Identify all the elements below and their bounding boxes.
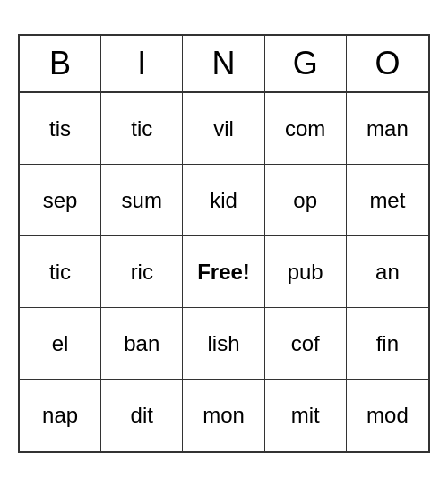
cell-r4c2: ban: [101, 308, 183, 380]
cell-r4c1: el: [20, 308, 101, 380]
cell-r1c5: man: [347, 93, 428, 165]
bingo-header: B I N G O: [20, 36, 428, 93]
cell-r2c5: met: [347, 165, 428, 236]
cell-r5c1: nap: [20, 380, 101, 451]
cell-free: Free!: [183, 236, 264, 308]
cell-r3c5: an: [347, 236, 428, 308]
header-o: O: [347, 36, 428, 91]
cell-r4c5: fin: [347, 308, 428, 380]
header-g: G: [265, 36, 347, 91]
cell-r5c3: mon: [183, 380, 264, 451]
cell-r3c2: ric: [101, 236, 183, 308]
header-n: N: [183, 36, 264, 91]
cell-r2c3: kid: [183, 165, 264, 236]
cell-r4c3: lish: [183, 308, 264, 380]
header-b: B: [20, 36, 101, 91]
cell-r1c4: com: [265, 93, 347, 165]
cell-r4c4: cof: [265, 308, 347, 380]
cell-r2c2: sum: [101, 165, 183, 236]
cell-r2c4: op: [265, 165, 347, 236]
bingo-card: B I N G O tis tic vil com man sep sum ki…: [18, 34, 430, 453]
cell-r1c3: vil: [183, 93, 264, 165]
cell-r5c5: mod: [347, 380, 428, 451]
cell-r3c1: tic: [20, 236, 101, 308]
cell-r1c1: tis: [20, 93, 101, 165]
cell-r5c2: dit: [101, 380, 183, 451]
cell-r2c1: sep: [20, 165, 101, 236]
cell-r3c4: pub: [265, 236, 347, 308]
cell-r1c2: tic: [101, 93, 183, 165]
cell-r5c4: mit: [265, 380, 347, 451]
header-i: I: [101, 36, 183, 91]
bingo-grid: tis tic vil com man sep sum kid op met t…: [20, 93, 428, 451]
